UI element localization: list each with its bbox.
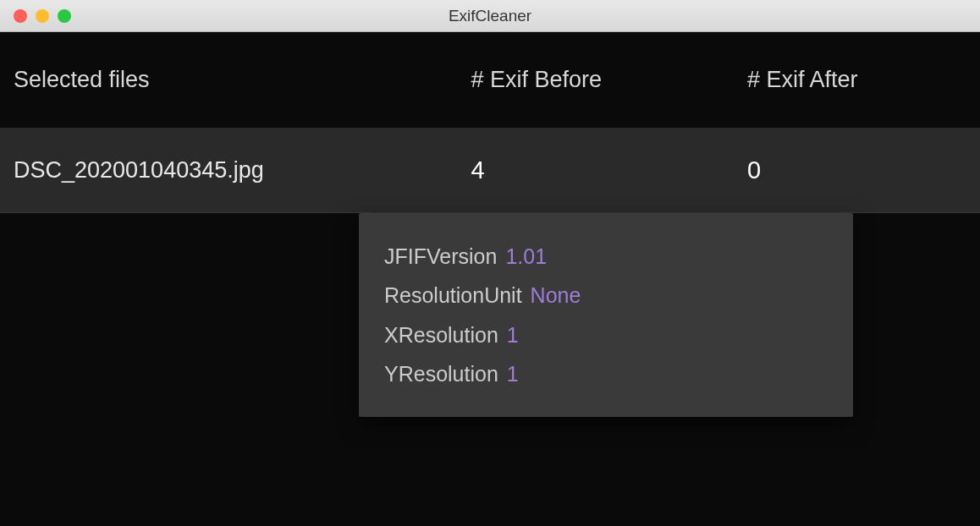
filename-cell: DSC_202001040345.jpg — [14, 157, 471, 184]
tooltip-key: XResolution — [384, 315, 498, 354]
exif-tooltip: JFIFVersion 1.01 ResolutionUnit None XRe… — [359, 213, 853, 417]
titlebar: ExifCleaner — [0, 0, 980, 32]
tooltip-item: YResolution 1 — [384, 354, 828, 393]
tooltip-item: ResolutionUnit None — [384, 276, 828, 315]
minimize-icon[interactable] — [36, 9, 49, 23]
tooltip-value: 1 — [507, 315, 519, 354]
header-exif-before: # Exif Before — [471, 67, 747, 93]
table-row[interactable]: DSC_202001040345.jpg 4 0 — [0, 129, 980, 213]
header-selected-files: Selected files — [14, 67, 471, 93]
tooltip-value: 1.01 — [505, 237, 547, 276]
tooltip-value: 1 — [507, 354, 519, 393]
header-exif-after: # Exif After — [747, 67, 966, 93]
tooltip-item: XResolution 1 — [384, 315, 828, 354]
tooltip-key: ResolutionUnit — [384, 276, 522, 315]
tooltip-item: JFIFVersion 1.01 — [384, 237, 828, 276]
exif-after-cell: 0 — [747, 156, 966, 184]
close-icon[interactable] — [14, 9, 27, 23]
table-header: Selected files # Exif Before # Exif Afte… — [0, 32, 980, 129]
tooltip-key: YResolution — [384, 354, 498, 393]
maximize-icon[interactable] — [58, 9, 71, 23]
content-area: Selected files # Exif Before # Exif Afte… — [0, 32, 980, 526]
window-controls — [14, 9, 71, 23]
window-title: ExifCleaner — [449, 7, 531, 25]
tooltip-value: None — [531, 276, 581, 315]
exif-before-cell: 4 — [471, 156, 747, 184]
tooltip-key: JFIFVersion — [384, 237, 497, 276]
